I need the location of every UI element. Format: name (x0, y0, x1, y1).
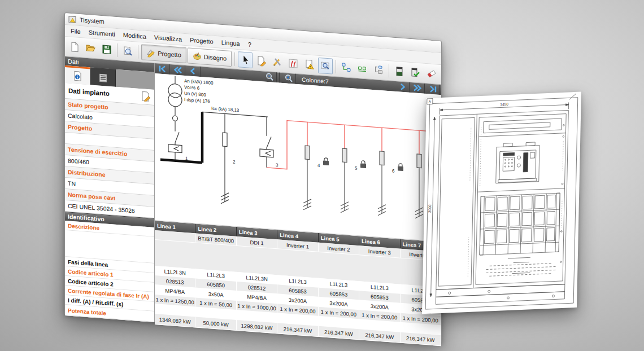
feeder-number-2: 2 (233, 159, 236, 164)
zoom-out-button[interactable] (263, 71, 277, 82)
new-document-icon (69, 42, 80, 52)
progetto-icon (146, 48, 155, 58)
feeder-number-3: 3 (276, 163, 279, 168)
nav-spacer (334, 82, 394, 86)
print-preview-button[interactable] (120, 42, 135, 59)
transformer-label-un: Un (V) 800 (184, 91, 206, 98)
transformer-symbol[interactable] (168, 76, 182, 132)
feeder-4-symbol[interactable] (303, 146, 311, 210)
menu-item-modifica[interactable]: Modifica (120, 30, 150, 41)
new-document-button[interactable] (67, 38, 82, 55)
calculate-check-button[interactable] (408, 64, 423, 81)
disegno-mode-button[interactable]: Disegno (188, 47, 232, 67)
breaker-1-symbol[interactable] (168, 131, 182, 161)
erase-button[interactable] (424, 65, 439, 82)
columns-count-label: Colonne:7 (302, 76, 329, 85)
save-button[interactable] (99, 41, 114, 58)
verification-report-button[interactable] (302, 56, 316, 73)
feeder-number-6: 6 (392, 169, 395, 174)
transformer-label-idsp: I dsp (A) 176 (184, 97, 210, 104)
pencil-tool-icon (272, 57, 282, 68)
check-report-icon (410, 67, 420, 78)
single-line-diagram-canvas[interactable]: An (kVA) 1600 Vcc% 6 Un (V) 800 I dsp (A… (155, 73, 441, 242)
next-column-button[interactable] (395, 81, 410, 93)
transformer-label-vcc: Vcc% 6 (184, 85, 200, 91)
top-dimension-label: 1450 (500, 102, 508, 107)
ventilation-louver (484, 119, 562, 133)
dati-sidebar: Dati (65, 56, 155, 322)
menu-item-?[interactable]: ? (245, 40, 255, 49)
save-floppy-icon (102, 44, 112, 55)
feeder-number-4: 4 (317, 163, 320, 168)
trip-curves-button[interactable] (286, 55, 301, 72)
edit-data-icon[interactable] (141, 91, 151, 102)
zoom-window-button[interactable] (318, 58, 333, 74)
main-busbar[interactable] (160, 109, 202, 163)
feeder-5-symbol[interactable] (341, 148, 349, 213)
link-lines-button[interactable] (339, 59, 354, 76)
menu-item-lingua[interactable]: Lingua (218, 37, 243, 48)
menu-item-progetto[interactable]: Progetto (186, 35, 217, 46)
breaker-3-symbol[interactable] (260, 116, 273, 168)
fast-previous-button[interactable] (171, 64, 185, 76)
open-file-button[interactable] (83, 40, 98, 57)
progetto-label: Progetto (158, 50, 181, 58)
panel-screws (560, 124, 564, 262)
zoom-in-button[interactable] (282, 73, 296, 84)
edit-data-button[interactable] (254, 52, 268, 69)
frame-marker-label: A (429, 100, 431, 103)
last-column-button[interactable] (426, 84, 440, 95)
report-page-icon (395, 66, 404, 77)
window-title: Tisystem (80, 16, 105, 25)
preview-magnifier-icon (123, 46, 133, 56)
busbar-icc-label: Icc (kA) 18,13 (211, 106, 240, 113)
info-document-icon (73, 71, 82, 81)
feeder-6-symbol[interactable] (378, 151, 386, 216)
drawing-frame (425, 98, 578, 309)
previous-column-button[interactable] (186, 65, 201, 77)
right-door (476, 114, 566, 285)
table-list-icon (99, 73, 107, 83)
node-properties-button[interactable] (371, 62, 386, 78)
feeder-number-1: 1 (185, 156, 188, 161)
select-pointer-button[interactable] (238, 51, 253, 68)
tisystem-window: Tisystem FileStrumentiModificaVisualizza… (64, 12, 442, 343)
toolbar-separator (389, 64, 389, 77)
tab-tabelle[interactable] (90, 68, 116, 87)
pointer-arrow-icon (240, 54, 250, 65)
nav-divider (279, 73, 280, 83)
module-grid (480, 193, 560, 260)
menu-item-visualizza[interactable]: Visualizza (151, 32, 185, 44)
cabinet-outline (436, 110, 568, 289)
feeder-2-symbol[interactable] (221, 113, 229, 204)
tab-dati-impianto[interactable] (65, 65, 90, 85)
node-link-icon (373, 64, 384, 75)
first-column-button[interactable] (156, 63, 170, 74)
eraser-icon (427, 68, 437, 79)
curves-icon (288, 58, 298, 69)
feeder-number-5: 5 (355, 166, 358, 171)
fast-next-button[interactable] (411, 82, 425, 94)
window-content: Dati (65, 56, 441, 344)
progetto-mode-button[interactable]: Progetto (141, 44, 186, 63)
menu-item-strumenti[interactable]: Strumenti (85, 28, 119, 39)
paired-nodes-icon (357, 63, 367, 74)
toolbar-separator (234, 52, 235, 66)
feeder-7-symbol[interactable] (415, 154, 423, 219)
cabinet-drawing-page: A 1450 2000 (422, 92, 581, 314)
pair-nodes-button[interactable] (355, 60, 369, 77)
properties-tools-button[interactable] (270, 54, 285, 71)
menu-item-file[interactable]: File (67, 26, 84, 36)
red-sub-busbar[interactable] (267, 119, 437, 181)
report-button[interactable] (392, 63, 407, 80)
document-warning-icon (304, 59, 315, 70)
sidebar-info-rows: Stato progettoCalcolatoProgettoTensione … (65, 99, 154, 218)
sidebar-row-labels: DescrizioneFasi della lineaCodice artico… (65, 221, 154, 322)
acb-breaker-front (496, 142, 539, 183)
nav-spacer (202, 72, 262, 76)
toolbar-separator (117, 43, 118, 57)
toolbar-separator (138, 45, 138, 59)
app-logo-icon (68, 15, 77, 24)
left-dimension-label: 2000 (428, 204, 432, 213)
diagram-area: Colonne:7 (155, 63, 441, 344)
